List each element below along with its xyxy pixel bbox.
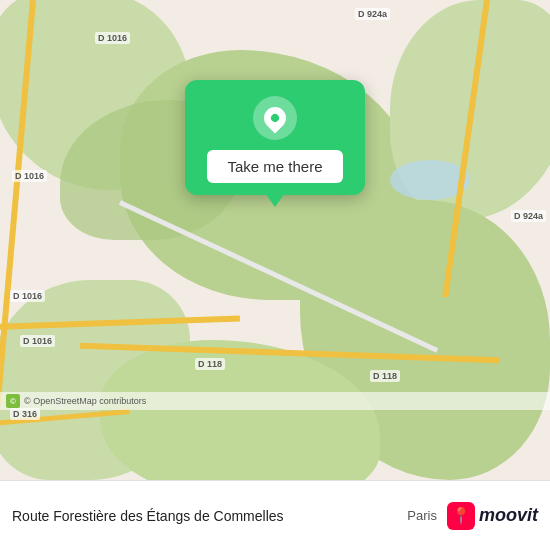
location-pin-icon [259, 102, 290, 133]
map-attribution: © © OpenStreetMap contributors [0, 392, 550, 410]
location-icon-circle [253, 96, 297, 140]
map-view[interactable]: D 1016 D 1016 D 1016 D 1016 D 118 D 118 … [0, 0, 550, 480]
location-name: Route Forestière des Étangs de Commelles [12, 508, 397, 524]
osm-logo: © [6, 394, 20, 408]
road-label-d1016-bot: D 1016 [20, 335, 55, 347]
road-label-d924a-mid: D 924a [511, 210, 546, 222]
moovit-icon [447, 502, 475, 530]
bottom-bar: Route Forestière des Étangs de Commelles… [0, 480, 550, 550]
road-label-d1016-low: D 1016 [10, 290, 45, 302]
attribution-text: © OpenStreetMap contributors [24, 396, 146, 406]
moovit-text: moovit [479, 505, 538, 526]
location-popup: Take me there [185, 80, 365, 195]
road-label-d118-right: D 118 [370, 370, 400, 382]
moovit-logo: moovit [447, 502, 538, 530]
city-label: Paris [407, 508, 437, 523]
road-label-d924a-top: D 924a [355, 8, 390, 20]
road-label-d1016-top: D 1016 [95, 32, 130, 44]
road-label-d1016-mid: D 1016 [12, 170, 47, 182]
road-label-d118-mid: D 118 [195, 358, 225, 370]
take-me-there-button[interactable]: Take me there [207, 150, 342, 183]
